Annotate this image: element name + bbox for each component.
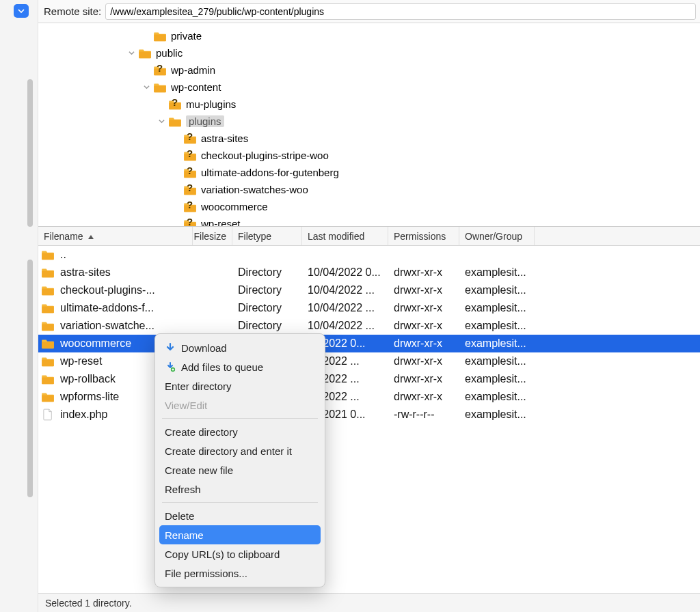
- unknown-folder-icon: ?: [183, 133, 197, 145]
- folder-icon: [41, 338, 55, 349]
- ctx-create-directory[interactable]: Create directory: [155, 422, 325, 441]
- file-row[interactable]: wp-rollback04/2022 ...drwxr-xr-xexamples…: [38, 370, 700, 388]
- file-row[interactable]: index.php05/2021 0...-rw-r--r--examplesi…: [38, 406, 700, 423]
- tree-row-ultimate-addons-for-gutenberg[interactable]: ?ultimate-addons-for-gutenberg: [38, 164, 700, 181]
- file-permissions: drwxr-xr-x: [388, 302, 459, 314]
- file-row[interactable]: checkout-plugins-...Directory10/04/2022 …: [38, 281, 700, 299]
- expander-none: [171, 167, 182, 178]
- file-owner: examplesit...: [459, 391, 535, 403]
- header-last-modified[interactable]: Last modified: [302, 227, 388, 245]
- tree-row-private[interactable]: private: [38, 27, 700, 44]
- folder-icon: [41, 320, 55, 331]
- folder-icon: [41, 374, 55, 385]
- file-type: Directory: [232, 284, 302, 296]
- header-filetype[interactable]: Filetype: [232, 227, 302, 245]
- folder-icon: [138, 47, 152, 59]
- folder-icon: [153, 81, 167, 94]
- folder-icon: [41, 303, 55, 314]
- header-permissions[interactable]: Permissions: [388, 227, 459, 245]
- unknown-folder-icon: ?: [183, 201, 197, 213]
- file-name: ..: [60, 249, 66, 261]
- tree-label: mu-plugins: [186, 98, 236, 110]
- ctx-copy-urls[interactable]: Copy URL(s) to clipboard: [155, 544, 325, 564]
- file-list[interactable]: ..astra-sitesDirectory10/04/2022 0...drw…: [38, 246, 700, 593]
- folder-icon: [41, 356, 55, 367]
- tree-row-checkout-plugins-stripe-woo[interactable]: ?checkout-plugins-stripe-woo: [38, 147, 700, 164]
- expander-none: [141, 31, 152, 42]
- tree-row-variation-swatches-woo[interactable]: ?variation-swatches-woo: [38, 181, 700, 198]
- ctx-view-edit: View/Edit: [155, 395, 325, 415]
- ctx-file-permissions[interactable]: File permissions...: [155, 564, 325, 583]
- tree-row-wp-admin[interactable]: ?wp-admin: [38, 61, 700, 79]
- tree-label: plugins: [186, 115, 224, 127]
- ctx-rename[interactable]: Rename: [159, 525, 321, 544]
- ctx-create-directory-enter[interactable]: Create directory and enter it: [155, 441, 325, 460]
- connections-dropdown-button[interactable]: [14, 4, 29, 18]
- tree-label: private: [171, 30, 202, 42]
- folder-icon: [41, 285, 55, 296]
- tree-label: wp-reset: [201, 218, 241, 227]
- file-permissions: -rw-r--r--: [388, 408, 459, 421]
- chevron-down-icon: [18, 8, 25, 14]
- header-filename[interactable]: Filename: [38, 227, 193, 245]
- file-row[interactable]: astra-sitesDirectory10/04/2022 0...drwxr…: [38, 264, 700, 281]
- list-scrollbar[interactable]: [27, 260, 33, 497]
- tree-row-woocommerce[interactable]: ?woocommerce: [38, 198, 700, 215]
- directory-tree[interactable]: privatepublic?wp-adminwp-content?mu-plug…: [38, 23, 700, 227]
- header-filesize[interactable]: Filesize: [193, 227, 232, 245]
- ctx-add-to-queue[interactable]: Add files to queue: [155, 357, 325, 376]
- file-name: variation-swatche...: [60, 320, 154, 332]
- file-name: astra-sites: [60, 266, 111, 279]
- ctx-enter-directory[interactable]: Enter directory: [155, 376, 325, 395]
- tree-label: ultimate-addons-for-gutenberg: [201, 167, 339, 178]
- unknown-folder-icon: ?: [183, 184, 197, 196]
- file-row[interactable]: ultimate-addons-f...Directory10/04/2022 …: [38, 299, 700, 317]
- left-sidebar: [0, 0, 38, 612]
- file-owner: examplesit...: [459, 373, 535, 385]
- folder-icon: [41, 249, 55, 260]
- tree-label: variation-swatches-woo: [201, 184, 308, 195]
- file-row[interactable]: wpforms-lite04/2022 ...drwxr-xr-xexample…: [38, 388, 700, 406]
- ctx-create-new-file[interactable]: Create new file: [155, 460, 325, 479]
- add-to-queue-icon: [165, 361, 176, 372]
- tree-row-astra-sites[interactable]: ?astra-sites: [38, 130, 700, 147]
- expander-open-icon[interactable]: [156, 116, 167, 127]
- expander-none: [141, 65, 152, 76]
- file-owner: examplesit...: [459, 266, 535, 279]
- remote-site-label: Remote site:: [44, 5, 101, 17]
- ctx-download[interactable]: Download: [155, 338, 325, 357]
- file-name: wp-rollback: [60, 373, 116, 385]
- ctx-separator: [162, 418, 318, 419]
- tree-label: woocommerce: [201, 201, 268, 212]
- expander-none: [171, 184, 182, 195]
- header-owner-group[interactable]: Owner/Group: [459, 227, 535, 245]
- tree-row-mu-plugins[interactable]: ?mu-plugins: [38, 96, 700, 113]
- context-menu: Download Add files to queue Enter direct…: [154, 333, 325, 587]
- tree-scrollbar[interactable]: [27, 79, 33, 227]
- file-owner: examplesit...: [459, 320, 535, 332]
- file-type: Directory: [232, 320, 302, 332]
- file-row[interactable]: ..: [38, 246, 700, 264]
- expander-open-icon[interactable]: [141, 82, 152, 93]
- tree-row-wp-reset[interactable]: ?wp-reset: [38, 215, 700, 227]
- file-permissions: drwxr-xr-x: [388, 373, 459, 385]
- file-name: checkout-plugins-...: [60, 284, 155, 296]
- ctx-refresh[interactable]: Refresh: [155, 479, 325, 499]
- file-row[interactable]: woocommerce04/2022 0...drwxr-xr-xexample…: [38, 335, 700, 352]
- address-bar: Remote site:: [38, 0, 700, 23]
- remote-path-input[interactable]: [105, 3, 696, 20]
- file-modified: 10/04/2022 ...: [302, 284, 388, 296]
- file-modified: 10/04/2022 0...: [302, 266, 388, 279]
- tree-row-wp-content[interactable]: wp-content: [38, 79, 700, 96]
- expander-none: [171, 133, 182, 144]
- file-owner: examplesit...: [459, 302, 535, 314]
- file-row[interactable]: variation-swatche...Directory10/04/2022 …: [38, 317, 700, 335]
- file-row[interactable]: wp-reset28/2022 ...drwxr-xr-xexamplesit.…: [38, 352, 700, 370]
- ctx-delete[interactable]: Delete: [155, 506, 325, 525]
- folder-icon: [41, 267, 55, 278]
- tree-row-public[interactable]: public: [38, 44, 700, 61]
- file-icon: [41, 409, 55, 420]
- expander-open-icon[interactable]: [126, 48, 137, 59]
- tree-row-plugins[interactable]: plugins: [38, 113, 700, 130]
- file-type: Directory: [232, 266, 302, 279]
